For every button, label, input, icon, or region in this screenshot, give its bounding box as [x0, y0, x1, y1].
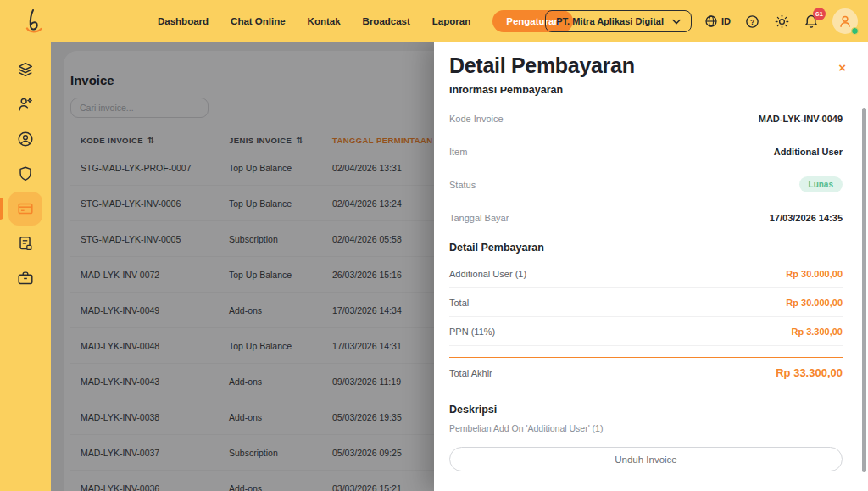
info-value: 17/03/2026 14:35: [770, 213, 843, 223]
grand-total-label: Total Akhir: [449, 368, 492, 378]
sidebar-item-products[interactable]: [8, 261, 42, 295]
info-section-clip: Informasi Pembayaran: [449, 87, 843, 98]
topbar-nav: DashboardChat OnlineKontakBroadcastLapor…: [158, 0, 573, 42]
payment-amount: Rp 3.300,00: [791, 326, 843, 337]
svg-text:?: ?: [749, 17, 754, 25]
language-code: ID: [721, 16, 731, 26]
info-row: Kode InvoiceMAD-LYK-INV-0049: [449, 102, 843, 135]
chevron-down-icon: [672, 19, 681, 25]
shield-icon: [16, 165, 35, 183]
info-section-title: Informasi Pembayaran: [449, 87, 843, 96]
grand-total-row: Total Akhir Rp 33.300,00: [449, 357, 843, 388]
notifications-button[interactable]: 61: [803, 13, 820, 30]
info-label: Item: [449, 147, 467, 157]
layers-icon: [16, 60, 35, 79]
online-status-dot: [851, 27, 859, 35]
info-label: Tanggal Bayar: [449, 213, 509, 223]
payment-row: PPN (11%)Rp 3.300,00: [449, 317, 843, 346]
app-logo-icon[interactable]: [19, 6, 49, 36]
sidebar-item-account[interactable]: [8, 122, 42, 156]
payment-amount: Rp 30.000,00: [786, 269, 843, 279]
nav-item-dashboard[interactable]: Dashboard: [158, 16, 209, 26]
nav-item-kontak[interactable]: Kontak: [308, 16, 341, 26]
payment-label: Additional User (1): [449, 269, 526, 279]
company-selector-label: PT. Mitra Aplikasi Digital: [556, 16, 664, 26]
agents-icon: [16, 95, 35, 114]
panel-scrollbar[interactable]: [862, 108, 866, 472]
app-window: DashboardChat OnlineKontakBroadcastLapor…: [0, 0, 868, 491]
info-value: Additional User: [774, 147, 843, 157]
person-icon: [837, 14, 853, 29]
active-indicator: [0, 198, 3, 220]
info-row: Tanggal Bayar17/03/2026 14:35: [449, 201, 843, 234]
info-rows: Kode InvoiceMAD-LYK-INV-0049ItemAddition…: [449, 102, 843, 234]
grand-total-value: Rp 33.300,00: [776, 366, 843, 379]
help-button[interactable]: ?: [743, 13, 760, 30]
payment-row: Additional User (1)Rp 30.000,00: [449, 259, 843, 288]
topbar: DashboardChat OnlineKontakBroadcastLapor…: [0, 0, 868, 42]
payment-amount: Rp 30.000,00: [786, 298, 843, 308]
info-row: StatusLunas: [449, 168, 843, 201]
payment-row: TotalRp 30.000,00: [449, 288, 843, 317]
briefcase-icon: [16, 269, 35, 287]
sidebar-item-billing[interactable]: [8, 192, 42, 226]
info-row: ItemAdditional User: [449, 135, 843, 168]
sidebar-item-security[interactable]: [8, 157, 42, 191]
close-icon[interactable]: ×: [838, 61, 846, 74]
payment-rows: Additional User (1)Rp 30.000,00TotalRp 3…: [449, 259, 843, 346]
status-badge: Lunas: [799, 176, 843, 192]
nav-item-chat-online[interactable]: Chat Online: [231, 16, 286, 26]
info-label: Kode Invoice: [449, 114, 504, 124]
download-invoice-button[interactable]: Unduh Invoice: [449, 447, 843, 471]
sidebar-item-layers[interactable]: [8, 53, 42, 86]
sidebar-item-report[interactable]: [8, 226, 42, 260]
info-value: MAD-LYK-INV-0049: [759, 114, 843, 124]
payment-section-title: Detail Pembayaran: [449, 242, 843, 254]
payment-label: PPN (11%): [449, 326, 495, 337]
globe-icon: [704, 14, 718, 28]
nav-item-laporan[interactable]: Laporan: [432, 16, 470, 26]
payment-label: Total: [449, 298, 469, 308]
report-icon: [16, 234, 35, 253]
billing-icon: [16, 199, 35, 218]
user-avatar[interactable]: [832, 8, 858, 34]
nav-item-broadcast[interactable]: Broadcast: [363, 16, 410, 26]
notification-badge: 61: [813, 8, 826, 20]
description-text: Pembelian Add On 'Additional User' (1): [449, 423, 843, 433]
description-title: Deskripsi: [449, 404, 843, 416]
sidebar-item-agents[interactable]: [8, 87, 42, 121]
topbar-right-cluster: PT. Mitra Aplikasi Digital ID ?: [545, 0, 858, 42]
sidebar: [0, 42, 51, 491]
payment-detail-panel: Detail Pembayaran × Informasi Pembayaran…: [434, 42, 868, 491]
info-label: Status: [449, 180, 476, 190]
theme-toggle-button[interactable]: [773, 13, 790, 30]
panel-title: Detail Pembayaran: [449, 53, 843, 78]
company-selector[interactable]: PT. Mitra Aplikasi Digital: [545, 10, 692, 32]
account-icon: [16, 130, 35, 148]
language-selector[interactable]: ID: [704, 14, 731, 28]
